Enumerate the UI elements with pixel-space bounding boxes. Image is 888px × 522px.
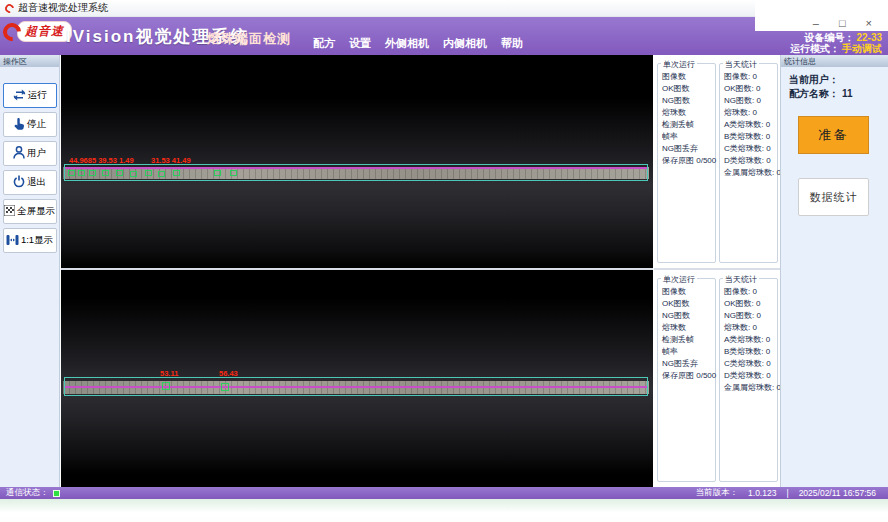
single-run-group: 单次运行 图像数 OK图数 NG图数 熔珠数 检测丢帧 帧率 NG图丢弃 保存原… [657,63,716,263]
exit-button[interactable]: 退出 [3,170,57,195]
fullscreen-button[interactable]: 全屏显示 [3,199,57,224]
defect-box-icon [102,170,109,176]
stat-row: 金属屑熔珠数: 0 [724,382,777,394]
logo-text: 超音速 [17,21,72,42]
today-stats-group: 当天统计 图像数: 0 OK图数: 0 NG图数: 0 熔珠数: 0 A类熔珠数… [719,278,778,482]
minimize-button[interactable]: – [813,18,819,28]
group-title: 当天统计 [723,59,759,70]
stop-button-label: 停止 [27,118,46,131]
close-button[interactable]: × [866,18,872,28]
one-to-one-button[interactable]: 1:1显示 [3,228,57,253]
one-to-one-button-label: 1:1显示 [21,234,53,247]
viewport-area: 44.9685 39.53 1.49 31.53 41.49 53.11 56.… [61,55,653,487]
stat-row: 熔珠数: 0 [724,107,777,119]
brand-logo: 超音速 [3,21,72,42]
menu-item-settings[interactable]: 设置 [349,36,371,51]
fullscreen-icon [4,205,15,218]
measurement-annotation: 31.53 41.49 [151,156,191,165]
recipe-name-label: 配方名称： [789,88,839,99]
defect-box-icon [145,170,152,176]
maximize-button[interactable]: □ [839,18,846,28]
stat-row: NG图丢弃 [662,143,715,155]
run-mode-value: 手动调试 [842,43,882,54]
stat-row: 检测丢帧 [662,334,715,346]
stat-row: NG图数 [662,310,715,322]
stat-row: NG图丢弃 [662,358,715,370]
camera-image-1 [61,97,653,268]
stat-row: 帧率 [662,131,715,143]
defect-box-icon [214,170,221,176]
run-button-label: 运行 [28,89,47,102]
stat-row: 图像数: 0 [724,71,777,83]
stat-row: 检测丢帧 [662,119,715,131]
defect-box-icon [158,171,165,177]
app-window: 超音速视觉处理系统 – □ × 超音速 IVision视觉处理系统 熔珠端面检测… [0,0,888,522]
prepare-button[interactable]: 准备 [798,116,869,154]
exit-button-label: 退出 [27,176,46,189]
measurement-annotation: 56.43 [219,369,238,378]
data-statistics-button[interactable]: 数据统计 [798,178,869,216]
stat-row: NG图数: 0 [724,310,777,322]
menubar: 配方 设置 外侧相机 内侧相机 帮助 [313,36,523,51]
menu-item-inner-camera[interactable]: 内侧相机 [443,36,487,51]
measurement-annotation: 53.11 [160,369,178,378]
stop-button[interactable]: 停止 [3,112,57,137]
menu-item-outer-camera[interactable]: 外侧相机 [385,36,429,51]
defect-box-icon [230,170,237,176]
group-title: 当天统计 [723,274,759,285]
defect-box-icon [173,170,180,176]
stat-row: D类熔珠数: 0 [724,155,777,167]
defect-box-icon [89,170,96,176]
operation-sidebar: 操作区 运行 停止 [0,55,60,487]
right-panel-title: 统计信息 [781,55,888,67]
user-button[interactable]: 用户 [3,141,57,166]
group-title: 单次运行 [661,274,697,285]
desktop-background [0,499,888,522]
stat-row: OK图数: 0 [724,298,777,310]
stat-row: OK图数 [662,83,715,95]
stat-row: 帧率 [662,346,715,358]
stat-row: A类熔珠数: 0 [724,119,777,131]
menu-item-help[interactable]: 帮助 [501,36,523,51]
defect-box-icon [68,170,75,176]
run-cycle-icon [13,89,26,103]
stat-row: A类熔珠数: 0 [724,334,777,346]
header-info: 设备编号：22-33 运行模式：手动调试 [790,32,882,54]
stop-hand-icon [13,117,25,132]
stat-row: 图像数: 0 [724,286,777,298]
version-label: 当前版本： [696,487,739,499]
stat-row: D类熔珠数: 0 [724,370,777,382]
run-button[interactable]: 运行 [3,83,57,108]
recipe-name-value: 11 [842,88,853,99]
stat-row: 图像数 [662,71,715,83]
measurement-annotation: 44.9685 39.53 1.49 [69,156,134,165]
comm-status-indicator-icon [53,490,60,497]
stat-row: 熔珠数 [662,107,715,119]
page-subtitle: 熔珠端面检测 [207,30,291,48]
comm-status-label: 通信状态： [6,487,49,499]
stat-row: NG图数: 0 [724,95,777,107]
stats-panel-camera-2: 单次运行 图像数 OK图数 NG图数 熔珠数 检测丢帧 帧率 NG图丢弃 保存原… [654,270,780,487]
today-stats-group: 当天统计 图像数: 0 OK图数: 0 NG图数: 0 熔珠数: 0 A类熔珠数… [719,63,778,263]
user-button-label: 用户 [27,147,46,160]
sidebar-title: 操作区 [0,55,59,67]
camera-view-1: 44.9685 39.53 1.49 31.53 41.49 [61,55,653,268]
menu-item-recipe[interactable]: 配方 [313,36,335,51]
user-icon [13,146,25,161]
defect-box-icon [130,171,137,177]
stat-row: 保存原图 0/500 [662,370,715,382]
stat-row: 熔珠数: 0 [724,322,777,334]
stat-row: C类熔珠数: 0 [724,358,777,370]
statistics-info-panel: 统计信息 当前用户： 配方名称：11 准备 数据统计 [780,55,888,487]
current-user-label: 当前用户： [789,74,839,85]
stat-row: OK图数 [662,298,715,310]
app-icon [3,2,16,15]
stat-row: 保存原图 0/500 [662,155,715,167]
fullscreen-button-label: 全屏显示 [17,205,55,218]
stat-row: 图像数 [662,286,715,298]
version-value: 1.0.123 [748,488,776,498]
defect-box-icon [221,383,229,391]
stat-row: NG图数 [662,95,715,107]
stats-panel-camera-1: 单次运行 图像数 OK图数 NG图数 熔珠数 检测丢帧 帧率 NG图丢弃 保存原… [654,55,780,268]
run-mode-label: 运行模式： [790,43,840,54]
